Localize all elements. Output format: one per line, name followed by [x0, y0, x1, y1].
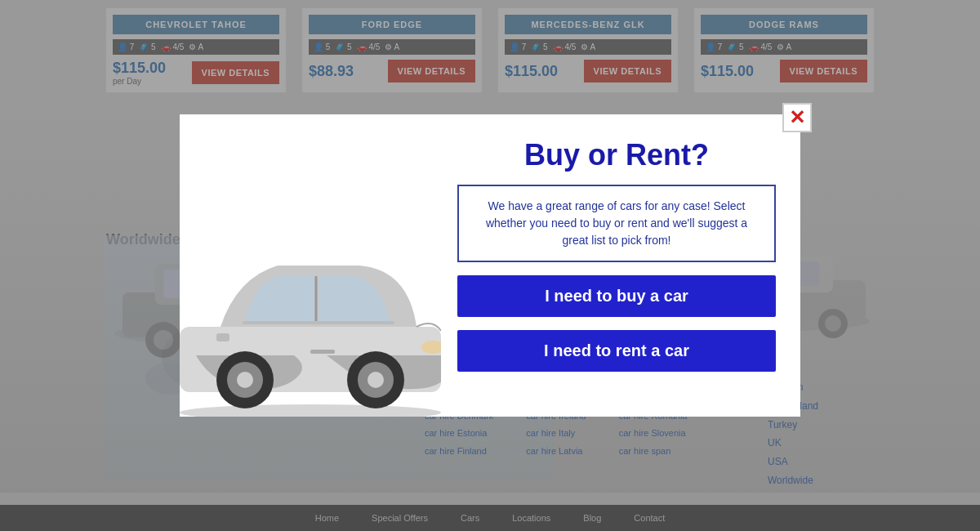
svg-point-23 — [180, 404, 441, 417]
svg-point-32 — [368, 372, 384, 388]
svg-rect-26 — [243, 321, 394, 324]
modal-title: Buy or Rent? — [457, 139, 776, 172]
svg-rect-34 — [310, 350, 335, 354]
modal-description: We have a great range of cars for any ca… — [457, 185, 776, 262]
modal-car-image — [180, 196, 441, 417]
buy-or-rent-modal: ✕ Buy or Rent? We have a great range of … — [180, 114, 800, 417]
modal-content-area: ✕ Buy or Rent? We have a great range of … — [441, 114, 800, 417]
modal-car-area — [180, 114, 441, 417]
svg-rect-35 — [216, 333, 229, 341]
svg-point-29 — [237, 372, 253, 388]
close-icon: ✕ — [789, 108, 805, 127]
modal-close-button[interactable]: ✕ — [782, 103, 812, 132]
rent-car-button[interactable]: I need to rent a car — [457, 330, 776, 372]
buy-car-button[interactable]: I need to buy a car — [457, 275, 776, 317]
